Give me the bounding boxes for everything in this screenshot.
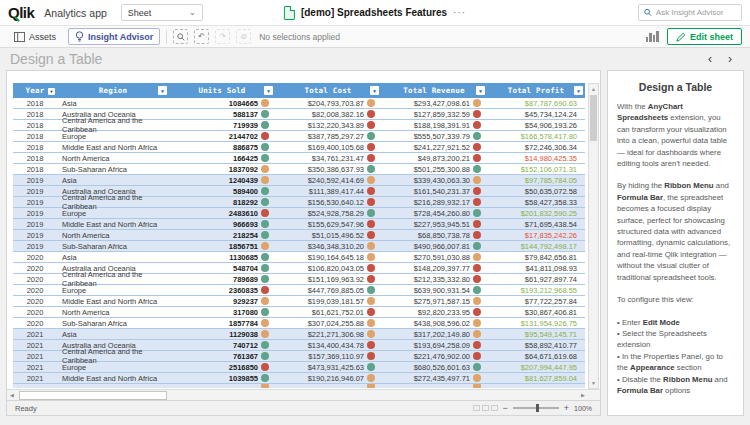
profit-cell[interactable]: $97,785,784.05 [487, 175, 585, 185]
cell[interactable]: $193,694,258.09 [381, 340, 487, 350]
year-cell[interactable]: 2020 [13, 274, 57, 284]
cell[interactable]: $227,953,945.51 [381, 219, 487, 229]
cell[interactable]: $639,900,931.54 [381, 285, 487, 295]
year-cell[interactable]: 2020 [13, 296, 57, 306]
region-cell[interactable]: Central America and the Caribbean [57, 351, 169, 361]
cell[interactable]: $501,255,300.88 [381, 164, 487, 174]
cell[interactable]: $199,039,181.57 [275, 296, 381, 306]
profit-cell[interactable]: $58,892,410.77 [487, 340, 585, 350]
zoom-out-icon[interactable]: − [503, 404, 508, 413]
cell[interactable]: $680,526,601.63 [381, 362, 487, 372]
cell[interactable]: $307,024,255.88 [275, 318, 381, 328]
view-mode-icons[interactable] [473, 405, 498, 411]
cell[interactable]: $346,348,310.20 [275, 241, 381, 251]
profit-cell[interactable]: $131,954,926.75 [487, 318, 585, 328]
year-cell[interactable]: 2018 [13, 153, 57, 163]
cell[interactable]: $68,850,738.78 [381, 230, 487, 240]
cell[interactable]: $275,971,587.15 [381, 296, 487, 306]
profit-cell[interactable]: $166,578,417.80 [487, 131, 585, 141]
region-cell[interactable]: Asia [57, 329, 169, 339]
year-cell[interactable]: 2021 [13, 362, 57, 372]
region-cell[interactable]: Asia [57, 252, 169, 262]
cell[interactable]: 166425 [169, 153, 275, 163]
assets-button[interactable]: Assets [8, 28, 62, 45]
horizontal-scroll-thumb[interactable] [19, 391, 167, 400]
cell[interactable]: 761367 [169, 351, 275, 361]
cell[interactable]: $728,454,260.80 [381, 208, 487, 218]
sheet-selector[interactable]: Sheet ⌄ [121, 4, 203, 21]
region-cell[interactable]: Central America and the Caribbean [57, 197, 169, 207]
year-cell[interactable]: 2019 [13, 197, 57, 207]
year-cell[interactable]: 2019 [13, 241, 57, 251]
column-header-total-profit[interactable]: Total Profit▼ [487, 83, 585, 98]
cell[interactable]: $438,908,596.02 [381, 318, 487, 328]
table-row[interactable]: 2019Europe2483610$524,928,758.29$728,454… [13, 208, 585, 219]
zoom-in-icon[interactable]: + [564, 404, 569, 413]
region-cell[interactable]: Europe [57, 208, 169, 218]
cell[interactable]: $134,400,434.78 [275, 340, 381, 350]
table-row[interactable]: 2020Central America and the Caribbean789… [13, 274, 585, 285]
table-row[interactable]: 2019Central America and the Caribbean818… [13, 197, 585, 208]
region-cell[interactable]: Asia [57, 98, 169, 108]
cell[interactable]: $132,220,343.89 [275, 120, 381, 130]
year-cell[interactable]: 2019 [13, 208, 57, 218]
table-row[interactable]: 2021Europe2516850$473,931,425.63$680,526… [13, 362, 585, 373]
cell[interactable]: $51,015,496.52 [275, 230, 381, 240]
column-header-region[interactable]: Region▼ [57, 83, 169, 98]
scroll-up-icon[interactable]: ▲ [589, 84, 598, 94]
cell[interactable]: $240,592,414.69 [275, 175, 381, 185]
profit-cell[interactable]: $54,906,193.26 [487, 120, 585, 130]
cell[interactable]: $190,164,645.18 [275, 252, 381, 262]
cell[interactable]: $212,335,332.80 [381, 274, 487, 284]
profit-cell[interactable]: $207,994,447.95 [487, 362, 585, 372]
cell[interactable]: $270,591,030.88 [381, 252, 487, 262]
cell[interactable]: 218254 [169, 230, 275, 240]
cell[interactable]: $272,435,497.71 [381, 373, 487, 383]
profit-cell[interactable]: $58,427,358.33 [487, 197, 585, 207]
cell[interactable]: 789689 [169, 274, 275, 284]
cell[interactable]: $216,289,932.17 [381, 197, 487, 207]
cell[interactable]: $106,820,043.05 [275, 263, 381, 273]
region-cell[interactable]: North America [57, 153, 169, 163]
profit-cell[interactable]: $41,811,098.93 [487, 263, 585, 273]
cell[interactable]: $447,769,885.05 [275, 285, 381, 295]
zoom-slider[interactable] [513, 407, 559, 409]
cell[interactable]: 966693 [169, 219, 275, 229]
chevron-right-icon[interactable]: › [728, 53, 732, 65]
step-forward-icon[interactable]: ↷ [215, 29, 230, 44]
year-cell[interactable]: 2020 [13, 285, 57, 295]
table-row[interactable]: 2021Asia1129038$221,271,306.98$317,202,1… [13, 329, 585, 340]
insight-advisor-search[interactable] [638, 4, 742, 21]
table-row[interactable]: 2018Asia1084665$204,793,703.87$293,427,0… [13, 98, 585, 109]
table-row[interactable]: 2018North America166425$34,761,231.47$49… [13, 153, 585, 164]
region-cell[interactable]: North America [57, 230, 169, 240]
profit-cell[interactable]: $201,832,590.25 [487, 208, 585, 218]
profit-cell[interactable]: $193,212,968.55 [487, 285, 585, 295]
filter-dropdown-icon[interactable]: ▼ [574, 86, 583, 95]
clear-selections-icon[interactable]: ⊘ [236, 29, 251, 44]
filter-dropdown-icon[interactable]: ▼ [48, 88, 55, 95]
cell[interactable]: $169,400,105.68 [275, 142, 381, 152]
table-row[interactable]: 2020Asia1130685$190,164,645.18$270,591,0… [13, 252, 585, 263]
table-row[interactable]: 2019Asia1240439$240,592,414.69$339,430,0… [13, 175, 585, 186]
profit-cell[interactable]: $87,787,690.63 [487, 98, 585, 108]
cell[interactable]: 1039855 [169, 373, 275, 383]
year-cell[interactable]: 2020 [13, 318, 57, 328]
table-row[interactable]: 2021Central America and the Caribbean761… [13, 351, 585, 362]
cell[interactable]: $293,427,098.61 [381, 98, 487, 108]
profit-cell[interactable]: $30,867,406.81 [487, 307, 585, 317]
year-cell[interactable]: 2020 [13, 252, 57, 262]
table-row[interactable]: 2018Europe2144702$387,785,297.27$555,507… [13, 131, 585, 142]
profit-cell[interactable]: $45,734,124.24 [487, 109, 585, 119]
cell[interactable]: $156,530,640.12 [275, 197, 381, 207]
scroll-right-icon[interactable]: ▶ [578, 392, 588, 398]
table-row[interactable]: 2018Middle East and North Africa886875$1… [13, 142, 585, 153]
table-row[interactable]: 2020Sub-Saharan Africa1857784$307,024,25… [13, 318, 585, 329]
profit-cell[interactable]: $17,835,242.26 [487, 230, 585, 240]
cell[interactable]: 2516850 [169, 362, 275, 372]
year-cell[interactable]: 2021 [13, 373, 57, 383]
cell[interactable]: 1129038 [169, 329, 275, 339]
profit-cell[interactable]: $144,792,498.17 [487, 241, 585, 251]
column-header-year[interactable]: Year▼ [13, 83, 57, 98]
table-row[interactable]: 2019Sub-Saharan Africa1856751$346,348,31… [13, 241, 585, 252]
